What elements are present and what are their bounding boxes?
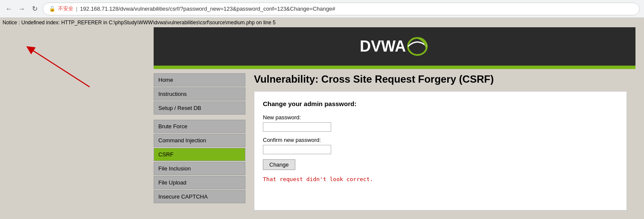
- browser-chrome: ← → ↻ 🔓 不安全 | 192.168.71.128/dvwa/vulner…: [0, 0, 644, 18]
- green-bar: [154, 66, 635, 69]
- dvwa-logo-text: DVWA: [360, 37, 406, 55]
- sidebar-item-file-inclusion[interactable]: File Inclusion: [154, 162, 245, 175]
- notice-line: 5: [273, 20, 276, 26]
- new-password-input[interactable]: [263, 122, 331, 132]
- confirm-password-label: Confirm new password:: [263, 137, 618, 143]
- box-title: Change your admin password:: [263, 100, 618, 107]
- notice-path: C:\phpStudy\WWW\dvwa\vulnerabilities\csr…: [109, 20, 255, 26]
- dvwa-swoosh: [406, 35, 429, 58]
- notice-label: Notice: [3, 20, 17, 26]
- address-bar[interactable]: 🔓 不安全 | 192.168.71.128/dvwa/vulnerabilit…: [43, 3, 640, 15]
- annotation-arrow: [4, 40, 98, 91]
- dvwa-header: DVWA: [154, 27, 635, 66]
- error-message: That request didn't look correct.: [263, 176, 618, 182]
- center-content: DVWA Home Instructions Setup / Reset DB: [154, 27, 635, 219]
- full-page: ← → ↻ 🔓 不安全 | 192.168.71.128/dvwa/vulner…: [0, 0, 644, 219]
- sidebar-item-command-injection[interactable]: Command Injection: [154, 134, 245, 147]
- page-title: Vulnerability: Cross Site Request Forger…: [254, 73, 627, 85]
- main-content: Vulnerability: Cross Site Request Forger…: [245, 69, 635, 219]
- insecure-label: 不安全: [58, 5, 73, 12]
- svg-line-0: [30, 49, 90, 87]
- confirm-password-input[interactable]: [263, 145, 331, 154]
- notice-message: : Undefined index: HTTP_REFERER in: [18, 20, 108, 26]
- sidebar-item-file-upload[interactable]: File Upload: [154, 176, 245, 189]
- new-password-label: New password:: [263, 114, 618, 121]
- change-button[interactable]: Change: [263, 159, 295, 170]
- back-button[interactable]: ←: [4, 4, 14, 14]
- refresh-button[interactable]: ↻: [30, 4, 39, 14]
- content-area: Home Instructions Setup / Reset DB Brute…: [154, 69, 635, 219]
- notice-row: Notice : Undefined index: HTTP_REFERER i…: [0, 18, 644, 27]
- right-space: [635, 27, 644, 219]
- sidebar-item-instructions[interactable]: Instructions: [154, 87, 245, 101]
- dvwa-logo: DVWA: [360, 35, 429, 58]
- sidebar-divider: [154, 115, 245, 120]
- lock-icon: 🔓: [49, 6, 55, 12]
- page-body: DVWA Home Instructions Setup / Reset DB: [0, 27, 644, 219]
- notice-on: on line: [256, 20, 273, 26]
- url-text: 192.168.71.128/dvwa/vulnerabilities/csrf…: [80, 6, 335, 12]
- sidebar-item-brute-force[interactable]: Brute Force: [154, 120, 245, 133]
- svg-point-1: [408, 38, 427, 55]
- sidebar: Home Instructions Setup / Reset DB Brute…: [154, 69, 245, 219]
- content-box: Change your admin password: New password…: [254, 91, 627, 210]
- url-separator: |: [76, 6, 77, 12]
- sidebar-item-insecure-captcha[interactable]: Insecure CAPTCHA: [154, 190, 245, 203]
- sidebar-item-setup[interactable]: Setup / Reset DB: [154, 101, 245, 115]
- forward-button[interactable]: →: [17, 4, 26, 14]
- sidebar-item-home[interactable]: Home: [154, 73, 245, 86]
- left-space: [0, 27, 154, 219]
- sidebar-item-csrf[interactable]: CSRF: [154, 148, 245, 161]
